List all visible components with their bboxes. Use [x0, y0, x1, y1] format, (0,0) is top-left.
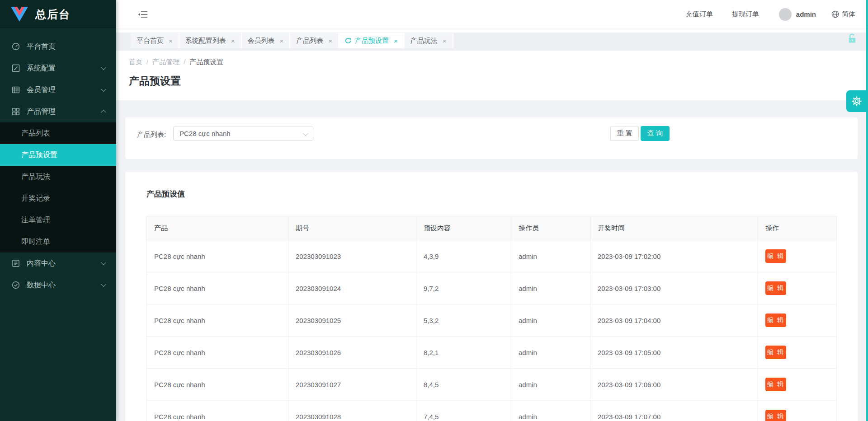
tabstrip-wrap: 平台首页×系统配置列表×会员列表×产品列表×产品预设置×产品玩法× [116, 28, 868, 51]
sidebar-item-5[interactable]: 数据中心 [0, 274, 116, 296]
cell-period: 202303091023 [288, 240, 416, 272]
close-icon[interactable]: × [443, 37, 447, 44]
settings-gear-button[interactable] [846, 90, 867, 112]
submenu-item[interactable]: 开奖记录 [0, 187, 116, 209]
avatar[interactable] [779, 8, 792, 21]
product-select-value: PC28 cực nhanh [179, 130, 231, 137]
chevron-down-icon [303, 131, 308, 136]
cell-operator: admin [511, 401, 590, 421]
column-header: 产品 [147, 216, 288, 240]
edit-button[interactable]: 编 辑 [765, 249, 786, 263]
unlock-icon[interactable] [847, 33, 857, 45]
edit-button[interactable]: 编 辑 [765, 313, 786, 327]
recharge-orders-link[interactable]: 充值订单 [686, 10, 713, 19]
submenu-item[interactable]: 产品玩法 [0, 166, 116, 187]
cell-operator: admin [511, 240, 590, 272]
content-icon [12, 259, 20, 267]
tab-2[interactable]: 会员列表× [242, 33, 291, 48]
submenu-item[interactable]: 产品列表 [0, 122, 116, 144]
submenu-item[interactable]: 即时注单 [0, 231, 116, 253]
cell-draw_time: 2023-03-09 17:02:00 [590, 240, 758, 272]
app-title: 总后台 [35, 7, 71, 22]
tab-3[interactable]: 产品列表× [290, 33, 339, 48]
close-icon[interactable]: × [169, 37, 173, 44]
table-header-row: 产品期号预设内容操作员开奖时间操作 [147, 216, 837, 240]
chevron-down-icon [101, 282, 106, 287]
username[interactable]: admin [796, 10, 816, 18]
cell-period: 202303091027 [288, 369, 416, 401]
cell-preset: 8,4,5 [416, 369, 511, 401]
sidebar-item-label: 产品管理 [27, 107, 56, 117]
menu-fold-icon[interactable] [138, 10, 148, 19]
sidebar-item-1[interactable]: 系统配置 [0, 57, 116, 79]
cell-actions: 编 辑 [758, 337, 837, 369]
tab-4[interactable]: 产品预设置× [339, 33, 405, 48]
sidebar-item-0[interactable]: 平台首页 [0, 36, 116, 57]
close-icon[interactable]: × [394, 37, 398, 44]
cell-preset: 7,4,5 [416, 401, 511, 421]
cell-period: 202303091025 [288, 304, 416, 337]
sidebar-item-3[interactable]: 产品管理 [0, 101, 116, 122]
tab-bar: 平台首页×系统配置列表×会员列表×产品列表×产品预设置×产品玩法× [116, 33, 868, 51]
cell-product: PC28 cực nhanh [147, 272, 288, 304]
page-title: 产品预设置 [129, 74, 868, 88]
column-header: 操作 [758, 216, 837, 240]
chevron-down-icon [101, 260, 106, 265]
sidebar-item-2[interactable]: 会员管理 [0, 79, 116, 101]
tab-5[interactable]: 产品玩法× [405, 33, 453, 48]
close-icon[interactable]: × [328, 37, 332, 44]
product-list-label: 产品列表: [137, 131, 166, 139]
column-header: 预设内容 [416, 216, 511, 240]
cell-operator: admin [511, 369, 590, 401]
cell-period: 202303091028 [288, 401, 416, 421]
submenu-item[interactable]: 注单管理 [0, 209, 116, 231]
submenu-item[interactable]: 产品预设置 [0, 144, 116, 166]
table-row: PC28 cực nhanh2023030910268,2,1admin2023… [147, 337, 837, 369]
refresh-icon[interactable] [345, 37, 351, 44]
breadcrumb-item-1[interactable]: 产品管理 [152, 58, 179, 66]
table-icon [12, 86, 20, 94]
sidebar-item-4[interactable]: 内容中心 [0, 253, 116, 274]
content: 产品列表: PC28 cực nhanh 重 置 查 询 产品预设值 产品期号预… [116, 117, 868, 421]
cell-operator: admin [511, 272, 590, 304]
withdraw-orders-link[interactable]: 提现订单 [732, 10, 759, 19]
appstore-icon [12, 108, 20, 116]
main-area: 充值订单 提现订单 admin 简体 平台首页×系统配置列表×会员列表×产品列表… [116, 0, 868, 421]
edit-button[interactable]: 编 辑 [765, 410, 786, 421]
breadcrumb-separator: / [146, 58, 148, 66]
globe-icon [831, 10, 839, 18]
sidebar-item-label: 数据中心 [27, 281, 56, 290]
edit-button[interactable]: 编 辑 [765, 346, 786, 359]
check-circle-icon [12, 281, 20, 289]
edit-square-icon [12, 64, 20, 72]
chevron-down-icon [101, 65, 106, 70]
language-switch[interactable]: 简体 [831, 10, 855, 19]
cell-product: PC28 cực nhanh [147, 240, 288, 272]
breadcrumb: 首页/产品管理/产品预设置 [129, 58, 868, 66]
table-row: PC28 cực nhanh2023030910278,4,5admin2023… [147, 369, 837, 401]
product-select[interactable]: PC28 cực nhanh [173, 126, 313, 141]
close-icon[interactable]: × [231, 37, 235, 44]
sidebar-item-label: 内容中心 [27, 259, 56, 268]
breadcrumb-item-2: 产品预设置 [189, 58, 223, 66]
language-label: 简体 [842, 10, 855, 19]
cell-period: 202303091024 [288, 272, 416, 304]
cell-preset: 8,2,1 [416, 337, 511, 369]
filter-card: 产品列表: PC28 cực nhanh 重 置 查 询 [125, 117, 858, 159]
reset-button[interactable]: 重 置 [610, 126, 639, 141]
table-body: PC28 cực nhanh2023030910234,3,9admin2023… [147, 240, 837, 421]
edit-button[interactable]: 编 辑 [765, 281, 786, 295]
breadcrumb-item-0[interactable]: 首页 [129, 58, 142, 66]
cell-product: PC28 cực nhanh [147, 369, 288, 401]
cell-draw_time: 2023-03-09 17:07:00 [590, 401, 758, 421]
query-button[interactable]: 查 询 [641, 126, 670, 141]
sidebar-item-label: 会员管理 [27, 85, 56, 95]
edit-button[interactable]: 编 辑 [765, 378, 786, 391]
sidebar-item-label: 系统配置 [27, 64, 56, 73]
page-head: 首页/产品管理/产品预设置 产品预设置 [116, 51, 868, 100]
submenu-3: 产品列表产品预设置产品玩法开奖记录注单管理即时注单 [0, 122, 116, 253]
tab-1[interactable]: 系统配置列表× [179, 33, 242, 48]
cell-actions: 编 辑 [758, 369, 837, 401]
close-icon[interactable]: × [280, 37, 284, 44]
tab-0[interactable]: 平台首页× [131, 33, 179, 48]
